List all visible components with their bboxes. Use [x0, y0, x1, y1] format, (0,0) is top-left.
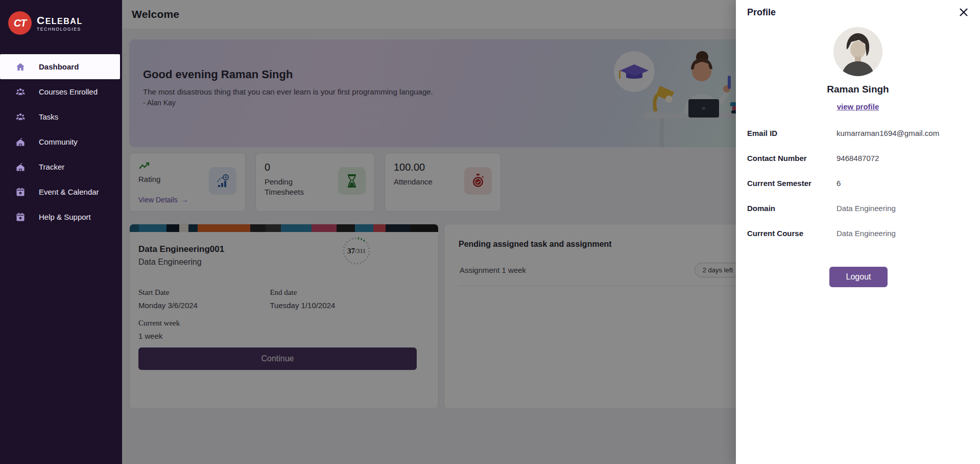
sidebar-item-dashboard[interactable]: Dashboard: [0, 54, 120, 79]
app-window: CT CELEBAL TECHNOLOGIES Dashboard Course…: [0, 0, 980, 464]
profile-panel: Profile Raman Singh view profile Email I…: [736, 0, 980, 464]
profile-field-email: Email ID kumarraman1694@gmail.com: [747, 129, 969, 154]
profile-fields: Email ID kumarraman1694@gmail.com Contac…: [747, 129, 969, 254]
users-icon: [15, 87, 26, 97]
profile-field-semester: Current Semester 6: [747, 179, 969, 204]
sidebar-item-label: Dashboard: [39, 62, 79, 71]
profile-panel-title: Profile: [747, 7, 969, 18]
school-icon: [15, 162, 26, 172]
profile-field-contact: Contact Number 9468487072: [747, 154, 969, 179]
logout-button[interactable]: Logout: [829, 267, 888, 287]
sidebar-item-courses-enrolled[interactable]: Courses Enrolled: [0, 79, 120, 104]
sidebar-item-tracker[interactable]: Tracker: [0, 154, 120, 179]
profile-name: Raman Singh: [736, 84, 980, 95]
close-icon[interactable]: [958, 6, 970, 18]
profile-field-domain: Domain Data Engineering: [747, 204, 969, 229]
calendar-star-icon: [15, 187, 26, 197]
sidebar-item-label: Community: [39, 137, 78, 146]
sidebar-item-label: Courses Enrolled: [39, 87, 98, 96]
sidebar-item-label: Help & Support: [39, 213, 91, 221]
brand-logo: CT CELEBAL TECHNOLOGIES: [0, 0, 122, 45]
home-icon: [15, 62, 26, 72]
users-icon: [15, 112, 26, 122]
school-icon: [15, 137, 26, 147]
sidebar-item-label: Tracker: [39, 163, 64, 171]
sidebar-item-event-calendar[interactable]: Event & Calendar: [0, 179, 120, 204]
view-profile-link[interactable]: view profile: [837, 102, 879, 111]
sidebar-item-label: Event & Calendar: [39, 188, 99, 196]
sidebar-item-label: Tasks: [39, 112, 58, 121]
brand-name: CELEBAL: [37, 15, 83, 26]
sidebar-item-help-support[interactable]: Help & Support: [0, 204, 120, 229]
sidebar: CT CELEBAL TECHNOLOGIES Dashboard Course…: [0, 0, 122, 464]
sidebar-item-tasks[interactable]: Tasks: [0, 104, 120, 129]
brand-subname: TECHNOLOGIES: [37, 27, 83, 32]
profile-field-course: Current Course Data Engineering: [747, 229, 969, 254]
logo-initials: CT: [14, 17, 27, 29]
sidebar-item-community[interactable]: Community: [0, 129, 120, 154]
sidebar-nav: Dashboard Courses Enrolled Tasks Communi…: [0, 54, 122, 229]
avatar: [833, 27, 882, 76]
calendar-star-icon: [15, 212, 26, 222]
celebal-logo-icon: CT: [8, 11, 32, 35]
